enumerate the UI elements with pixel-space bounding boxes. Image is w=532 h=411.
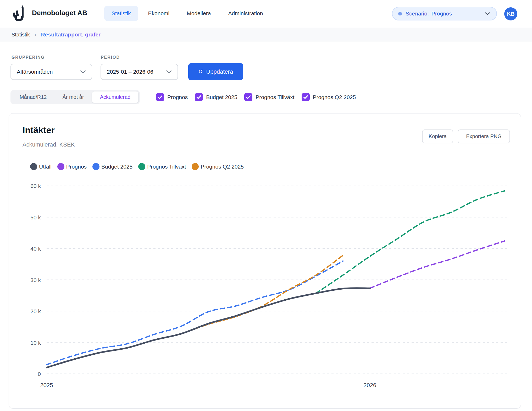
- nav-item-modellera[interactable]: Modellera: [179, 6, 218, 21]
- series-toggle-label: Budget 2025: [206, 94, 237, 100]
- view-tab-2[interactable]: Ackumulerad: [92, 91, 139, 103]
- y-axis-tick: 40 k: [30, 246, 41, 252]
- checkbox-checked-icon: [156, 93, 164, 101]
- period-label: PERIOD: [101, 55, 120, 60]
- legend-item-1: Prognos: [57, 163, 87, 170]
- checkbox-checked-icon: [302, 93, 310, 101]
- legend-label: Utfall: [39, 164, 52, 170]
- app-header: Demobolaget AB StatistikEkonomiModellera…: [0, 0, 532, 27]
- update-button[interactable]: ↺ Uppdatera: [188, 63, 243, 80]
- page: Demobolaget AB StatistikEkonomiModellera…: [0, 0, 532, 411]
- legend-label: Prognos Tillväxt: [147, 164, 186, 170]
- series-toggle-1[interactable]: Budget 2025: [195, 93, 237, 101]
- legend-item-3: Prognos Tillväxt: [138, 163, 186, 170]
- refresh-icon: ↺: [198, 69, 203, 74]
- series-toggle-label: Prognos: [167, 94, 188, 100]
- chevron-down-icon: [484, 12, 491, 15]
- user-avatar[interactable]: KB: [504, 7, 517, 20]
- breadcrumb-current: Resultatrapport, grafer: [41, 31, 101, 38]
- nav-item-administration[interactable]: Administration: [221, 6, 270, 21]
- series-line-prognos: [370, 241, 505, 288]
- gruppering-select-value: Affärsområden: [17, 69, 53, 75]
- scenario-dot-icon: [398, 12, 402, 15]
- view-mode-tabs: Månad/R12År mot årAckumulerad: [10, 90, 140, 104]
- main-nav: StatistikEkonomiModelleraAdministration: [104, 6, 270, 21]
- chevron-down-icon: [166, 70, 172, 74]
- y-axis-tick: 10 k: [30, 340, 41, 346]
- series-toggles: PrognosBudget 2025Prognos TillväxtProgno…: [156, 90, 356, 104]
- chart-subtitle: Ackumulerad, KSEK: [23, 141, 75, 148]
- app-logo-icon: [12, 5, 26, 23]
- checkbox-checked-icon: [195, 93, 203, 101]
- legend-dot-icon: [192, 163, 199, 170]
- legend-item-2: Budget 2025: [92, 163, 132, 170]
- gruppering-select[interactable]: Affärsområden: [10, 64, 92, 80]
- gruppering-label: GRUPPERING: [12, 55, 45, 60]
- period-select-value: 2025-01 – 2026-06: [107, 69, 153, 75]
- chevron-down-icon: [80, 70, 86, 74]
- legend-label: Prognos Q2 2025: [201, 164, 244, 170]
- series-line-prognos-tillv-xt: [316, 191, 505, 293]
- y-axis-tick: 0: [38, 371, 41, 377]
- chart-svg: 010 k20 k30 k40 k50 k60 k20252026: [11, 176, 521, 393]
- y-axis-tick: 60 k: [30, 183, 41, 189]
- period-select[interactable]: 2025-01 – 2026-06: [101, 64, 178, 80]
- export-png-button[interactable]: Exportera PNG: [458, 129, 510, 143]
- series-line-prognos-q2-2025: [181, 255, 343, 334]
- chart-title: Intäkter: [23, 125, 55, 135]
- legend-dot-icon: [92, 163, 99, 170]
- y-axis-tick: 50 k: [30, 214, 41, 220]
- x-axis-tick: 2026: [363, 382, 376, 388]
- y-axis-tick: 20 k: [30, 308, 41, 314]
- x-axis-tick: 2025: [40, 382, 53, 388]
- breadcrumb-separator: ›: [35, 32, 36, 38]
- chart-card: Intäkter Ackumulerad, KSEK Kopiera Expor…: [9, 113, 521, 409]
- y-axis-tick: 30 k: [30, 277, 41, 283]
- series-line-utfall: [47, 288, 370, 367]
- view-tab-0[interactable]: Månad/R12: [12, 91, 54, 103]
- view-tab-1[interactable]: År mot år: [54, 91, 92, 103]
- legend-dot-icon: [138, 163, 145, 170]
- nav-item-ekonomi[interactable]: Ekonomi: [141, 6, 177, 21]
- copy-button[interactable]: Kopiera: [422, 129, 453, 143]
- legend-item-0: Utfall: [30, 163, 52, 170]
- scenario-selector[interactable]: Scenario: Prognos: [392, 7, 497, 20]
- legend-dot-icon: [57, 163, 64, 170]
- legend-item-4: Prognos Q2 2025: [192, 163, 244, 170]
- legend-dot-icon: [30, 163, 37, 170]
- series-line-budget-2025: [47, 261, 343, 365]
- legend-label: Prognos: [66, 164, 87, 170]
- chart-legend: UtfallPrognosBudget 2025Prognos Tillväxt…: [30, 163, 244, 170]
- series-toggle-label: Prognos Q2 2025: [313, 94, 356, 100]
- scenario-label: Scenario:: [406, 10, 429, 17]
- legend-label: Budget 2025: [101, 164, 132, 170]
- nav-item-statistik[interactable]: Statistik: [104, 6, 138, 21]
- series-toggle-0[interactable]: Prognos: [156, 93, 188, 101]
- checkbox-checked-icon: [244, 93, 252, 101]
- series-toggle-label: Prognos Tillväxt: [256, 94, 294, 100]
- series-toggle-2[interactable]: Prognos Tillväxt: [244, 93, 294, 101]
- update-button-label: Uppdatera: [206, 68, 233, 75]
- breadcrumb-root[interactable]: Statistik: [12, 32, 30, 38]
- brand-name: Demobolaget AB: [32, 9, 87, 17]
- series-toggle-3[interactable]: Prognos Q2 2025: [302, 93, 356, 101]
- scenario-value: Prognos: [431, 10, 452, 17]
- breadcrumb: Statistik › Resultatrapport, grafer: [0, 28, 532, 42]
